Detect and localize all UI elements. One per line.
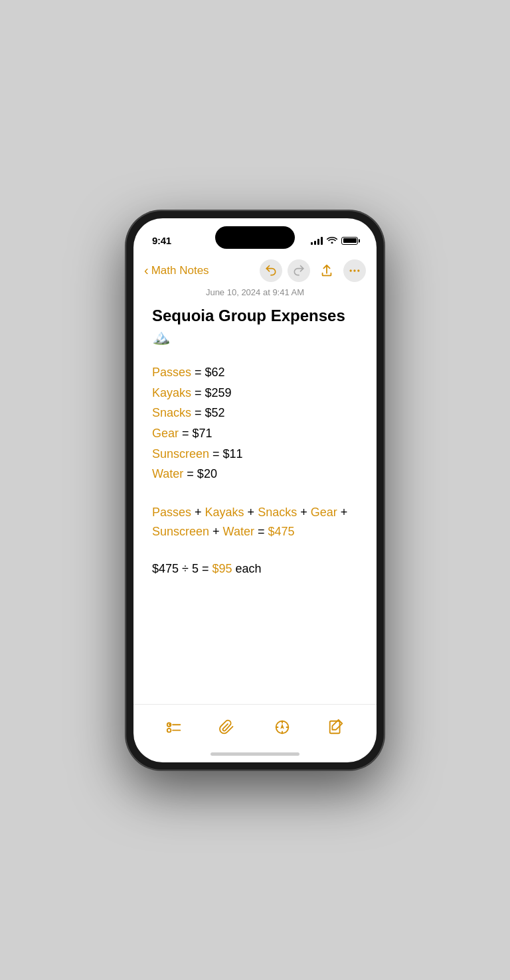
expense-eq-gear: = $71 bbox=[182, 427, 212, 440]
expense-name-passes: Passes bbox=[152, 366, 191, 379]
division-block: $475 ÷ 5 = $95 each bbox=[152, 559, 358, 579]
back-chevron-icon: ‹ bbox=[144, 263, 149, 278]
dynamic-island bbox=[215, 226, 295, 249]
undo-button[interactable] bbox=[260, 259, 282, 282]
svg-point-6 bbox=[167, 728, 171, 732]
expense-eq-snacks: = $52 bbox=[195, 406, 225, 419]
back-button[interactable]: ‹ Math Notes bbox=[144, 263, 209, 278]
svg-point-1 bbox=[353, 269, 355, 271]
division-result: $95 bbox=[212, 562, 232, 575]
wifi-icon bbox=[327, 236, 337, 245]
checklist-button[interactable] bbox=[159, 713, 189, 742]
expense-eq-water: = $20 bbox=[187, 467, 217, 480]
svg-point-4 bbox=[169, 723, 171, 725]
division-prefix: $475 ÷ 5 = bbox=[152, 562, 212, 575]
note-date: June 10, 2024 at 9:41 AM bbox=[152, 287, 358, 297]
note-title-text: Sequoia Group Expenses bbox=[152, 307, 345, 324]
location-button[interactable] bbox=[268, 713, 297, 742]
note-title-emoji: 🏔️ bbox=[152, 328, 170, 345]
battery-icon bbox=[341, 237, 358, 245]
formula-line2: Sunscreen + Water = $475 bbox=[152, 522, 358, 541]
phone-frame: 9:41 bbox=[126, 210, 384, 770]
expense-name-water: Water bbox=[152, 467, 183, 480]
list-item: Water = $20 bbox=[152, 464, 358, 484]
list-item: Kayaks = $259 bbox=[152, 383, 358, 403]
list-item: Snacks = $52 bbox=[152, 403, 358, 423]
redo-button[interactable] bbox=[288, 259, 310, 282]
expense-name-gear: Gear bbox=[152, 427, 179, 440]
phone-screen: 9:41 bbox=[133, 218, 377, 762]
svg-point-0 bbox=[350, 269, 352, 271]
expense-name-sunscreen: Sunscreen bbox=[152, 447, 209, 460]
attachment-button[interactable] bbox=[213, 713, 242, 742]
edit-button[interactable] bbox=[321, 713, 351, 742]
status-icons bbox=[311, 236, 358, 245]
svg-point-2 bbox=[357, 269, 359, 271]
list-item: Gear = $71 bbox=[152, 423, 358, 444]
signal-icon bbox=[311, 237, 323, 245]
svg-marker-9 bbox=[280, 723, 284, 729]
division-suffix: each bbox=[236, 562, 262, 575]
status-time: 9:41 bbox=[152, 235, 171, 246]
formula-result: $475 bbox=[268, 525, 294, 538]
list-item: Passes = $62 bbox=[152, 362, 358, 383]
expense-eq-sunscreen: = $11 bbox=[212, 447, 243, 460]
home-bar bbox=[211, 752, 299, 756]
nav-actions bbox=[260, 259, 366, 282]
note-title: Sequoia Group Expenses 🏔️ bbox=[152, 305, 358, 347]
expense-list: Passes = $62 Kayaks = $259 Snacks = $52 … bbox=[152, 362, 358, 484]
more-button[interactable] bbox=[343, 259, 366, 282]
list-item: Sunscreen = $11 bbox=[152, 444, 358, 464]
expense-name-snacks: Snacks bbox=[152, 406, 191, 419]
nav-bar: ‹ Math Notes bbox=[133, 254, 377, 287]
back-label: Math Notes bbox=[151, 264, 209, 277]
formula-block: Passes + Kayaks + Snacks + Gear + Sunscr… bbox=[152, 503, 358, 541]
bottom-toolbar bbox=[133, 704, 377, 747]
note-content: June 10, 2024 at 9:41 AM Sequoia Group E… bbox=[133, 287, 377, 704]
expense-name-kayaks: Kayaks bbox=[152, 386, 191, 399]
expense-eq-kayaks: = $259 bbox=[195, 386, 232, 399]
share-button[interactable] bbox=[315, 259, 338, 282]
formula-line1: Passes + Kayaks + Snacks + Gear + bbox=[152, 503, 358, 522]
home-indicator bbox=[133, 747, 377, 762]
expense-eq-passes: = $62 bbox=[195, 366, 225, 379]
